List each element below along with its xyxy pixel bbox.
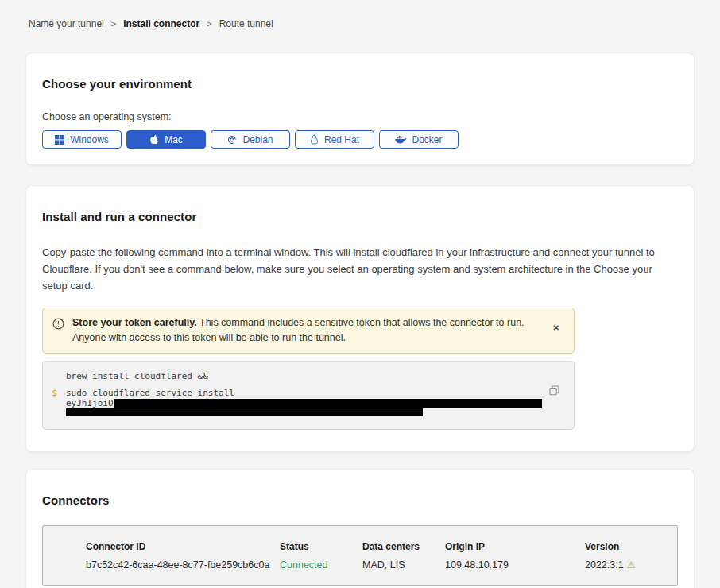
page: Name your tunnel > Install connector > R…: [0, 0, 720, 588]
table-header-row: Connector ID Status Data centers Origin …: [86, 541, 677, 552]
code-block: brew install cloudflared && $ sudo cloud…: [42, 361, 575, 430]
breadcrumb-separator: >: [111, 19, 116, 29]
os-button-label: Mac: [165, 134, 183, 145]
data-centers-value: MAD, LIS: [362, 559, 445, 571]
connectors-card-title: Connectors: [42, 493, 678, 507]
connectors-table: Connector ID Status Data centers Origin …: [42, 525, 678, 586]
connectors-card: Connectors Connector ID Status Data cent…: [25, 469, 695, 588]
col-header-connector-id: Connector ID: [86, 541, 280, 552]
os-button-label: Red Hat: [324, 134, 359, 145]
redaction-bar: [66, 408, 423, 416]
origin-ip-value: 109.48.10.179: [445, 559, 585, 571]
code-text: sudo cloudflared service install: [66, 388, 234, 398]
table-row: b7c52c42-6caa-48ee-8c77-fbe259cb6c0a Con…: [86, 559, 677, 571]
col-header-status: Status: [280, 541, 362, 552]
os-button-mac[interactable]: Mac: [126, 130, 206, 149]
code-line-2: $ sudo cloudflared service install: [43, 388, 542, 398]
breadcrumb-name-your-tunnel[interactable]: Name your tunnel: [29, 18, 104, 29]
code-line-token-2: [43, 408, 542, 416]
environment-card-title: Choose your environment: [42, 77, 678, 91]
token-prefix: eyJhIjoiO: [66, 398, 114, 408]
code-line-token: eyJhIjoiO: [43, 398, 542, 408]
debian-icon: [227, 135, 237, 145]
install-card-title: Install and run a connector: [42, 210, 678, 223]
install-description: Copy-paste the following command into a …: [42, 244, 678, 294]
version-value: 2022.3.1⚠: [585, 559, 677, 571]
os-button-label: Windows: [70, 134, 109, 145]
breadcrumb-separator: >: [207, 19, 211, 29]
token-warning-banner: Store your token carefully. This command…: [42, 308, 575, 354]
token-warning-bold: Store your token carefully.: [72, 317, 197, 328]
redhat-tux-icon: [310, 134, 319, 145]
os-button-label: Docker: [412, 134, 442, 145]
col-header-data-centers: Data centers: [362, 541, 445, 552]
os-button-docker[interactable]: Docker: [379, 130, 459, 149]
os-select-label: Choose an operating system:: [42, 111, 678, 122]
breadcrumb: Name your tunnel > Install connector > R…: [29, 18, 695, 29]
code-line-1: brew install cloudflared &&: [43, 371, 542, 381]
shell-prompt: $: [43, 388, 66, 398]
alert-circle-icon: [52, 318, 64, 333]
os-button-group: Windows Mac Debian Red Hat: [42, 130, 678, 149]
windows-icon: [55, 135, 64, 145]
os-button-redhat[interactable]: Red Hat: [295, 130, 374, 149]
token-warning-text: Store your token carefully. This command…: [72, 315, 540, 346]
breadcrumb-route-tunnel[interactable]: Route tunnel: [219, 18, 273, 29]
environment-card: Choose your environment Choose an operat…: [25, 52, 695, 165]
status-badge: Connected: [280, 559, 362, 571]
col-header-version: Version: [585, 541, 677, 552]
col-header-origin-ip: Origin IP: [445, 541, 585, 552]
connector-id-value: b7c52c42-6caa-48ee-8c77-fbe259cb6c0a: [86, 559, 280, 571]
version-warning-icon: ⚠: [627, 559, 636, 571]
redaction-bar: [114, 399, 542, 408]
breadcrumb-install-connector[interactable]: Install connector: [123, 18, 199, 29]
os-button-label: Debian: [242, 134, 273, 145]
code-text: brew install cloudflared &&: [66, 371, 208, 381]
os-button-windows[interactable]: Windows: [42, 130, 122, 149]
version-number: 2022.3.1: [585, 559, 624, 571]
close-icon[interactable]: ✕: [548, 323, 564, 332]
install-card: Install and run a connector Copy-paste t…: [25, 185, 695, 452]
docker-whale-icon: [395, 135, 406, 144]
os-button-debian[interactable]: Debian: [211, 130, 290, 149]
apple-icon: [149, 134, 159, 145]
copy-icon[interactable]: [548, 384, 561, 400]
